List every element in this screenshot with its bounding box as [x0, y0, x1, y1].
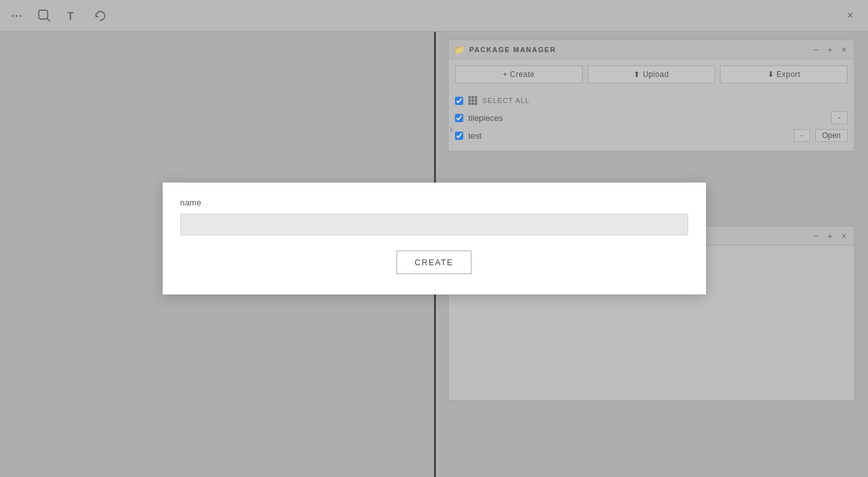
modal-name-label: name	[180, 198, 688, 207]
modal-create-button[interactable]: CREATE	[397, 251, 472, 274]
modal-name-input[interactable]	[180, 214, 688, 235]
create-modal: name CREATE	[163, 183, 706, 294]
modal-overlay: name CREATE	[0, 0, 868, 477]
